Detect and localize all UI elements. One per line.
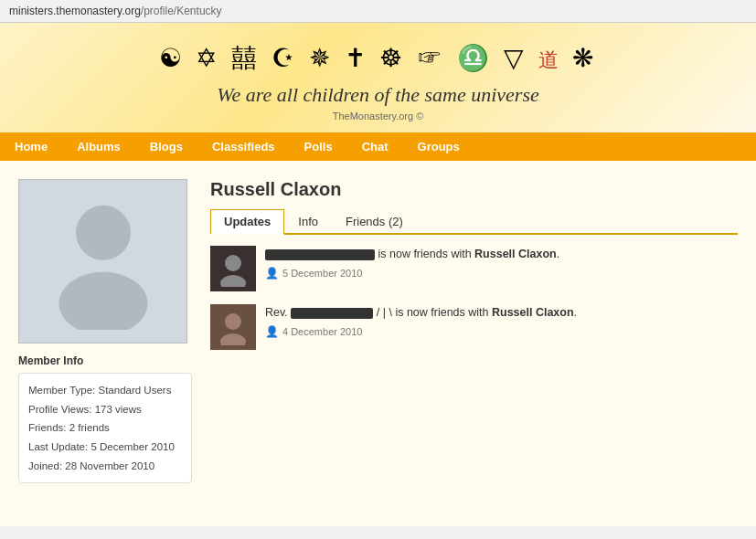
joined-date: Joined: 28 November 2010 (28, 457, 182, 476)
tab-updates[interactable]: Updates (210, 209, 284, 235)
tab-friends[interactable]: Friends (2) (332, 209, 417, 233)
svg-point-2 (225, 255, 241, 271)
svg-point-3 (220, 275, 246, 287)
member-info-box: Member Info Member Type: Standard Users … (18, 354, 192, 483)
nav-chat[interactable]: Chat (347, 132, 403, 161)
profile-photo (18, 179, 187, 343)
nav-home[interactable]: Home (0, 132, 62, 161)
tab-info[interactable]: Info (284, 209, 332, 233)
activity-date-2: 👤 4 December 2010 (265, 323, 577, 340)
person-icon-1: 👤 (265, 265, 279, 281)
main-content: Member Info Member Type: Standard Users … (0, 161, 756, 526)
activity-date-1: 👤 5 December 2010 (265, 265, 559, 281)
avatar-icon-1 (215, 250, 251, 287)
activity-prefix-2: Rev. (265, 306, 288, 319)
person-icon-2: 👤 (265, 323, 279, 340)
activity-avatar-2 (210, 304, 256, 350)
nav-classifieds[interactable]: Classifieds (197, 132, 290, 161)
site-tagline: We are all children of the same universe (0, 83, 756, 107)
profile-name: Russell Claxon (210, 179, 738, 200)
right-column: Russell Claxon Updates Info Friends (2) … (210, 179, 738, 508)
profile-views: Profile Views: 173 views (28, 400, 182, 419)
activity-symbols-2: / | \ (377, 306, 392, 319)
site-header: ☯ ✡ 囍 ☪ ✵ ✝ ☸ ☞ ♎ ▽ 道 ❋ We are all child… (0, 23, 756, 132)
member-type: Member Type: Standard Users (28, 381, 182, 400)
svg-point-1 (59, 272, 147, 330)
activity-avatar-1 (210, 246, 256, 291)
member-info-card: Member Type: Standard Users Profile View… (18, 373, 192, 483)
left-column: Member Info Member Type: Standard Users … (18, 179, 192, 508)
activity-text-1: is now friends with Russell Claxon. 👤 5 … (265, 246, 559, 281)
site-copyright: TheMonastery.org © (0, 111, 756, 122)
address-path: /profile/Kentucky (141, 5, 222, 17)
address-domain: ministers.themonastery.org (9, 5, 141, 17)
activity-item: is now friends with Russell Claxon. 👤 5 … (210, 246, 738, 291)
activity-verb-1: is now friends with (378, 248, 474, 260)
nav-bar: Home Albums Blogs Classifieds Polls Chat… (0, 132, 756, 161)
nav-polls[interactable]: Polls (290, 132, 347, 161)
activity-link-1[interactable]: Russell Claxon (474, 248, 557, 260)
religious-symbols: ☯ ✡ 囍 ☪ ✵ ✝ ☸ ☞ ♎ ▽ 道 ❋ (0, 41, 756, 76)
activity-link-2[interactable]: Russell Claxon (492, 306, 574, 319)
svg-point-0 (76, 206, 131, 260)
svg-point-5 (220, 333, 246, 345)
nav-blogs[interactable]: Blogs (135, 132, 197, 161)
redacted-name-1 (265, 249, 375, 260)
last-update: Last Update: 5 December 2010 (28, 438, 182, 457)
profile-tabs: Updates Info Friends (2) (210, 209, 738, 235)
nav-albums[interactable]: Albums (62, 132, 135, 161)
friends-count: Friends: 2 friends (28, 418, 182, 438)
avatar-icon-2 (215, 309, 251, 345)
avatar-silhouette (48, 193, 158, 330)
redacted-name-2 (291, 308, 373, 319)
activity-feed: is now friends with Russell Claxon. 👤 5 … (210, 246, 738, 350)
activity-text-2: Rev. / | \ is now friends with Russell C… (265, 304, 577, 340)
member-info-heading: Member Info (18, 354, 192, 367)
nav-groups[interactable]: Groups (403, 132, 474, 161)
svg-point-4 (225, 313, 241, 330)
activity-item-2: Rev. / | \ is now friends with Russell C… (210, 304, 738, 350)
address-bar: ministers.themonastery.org/profile/Kentu… (0, 0, 756, 23)
activity-verb-2: is now friends with (395, 306, 492, 319)
